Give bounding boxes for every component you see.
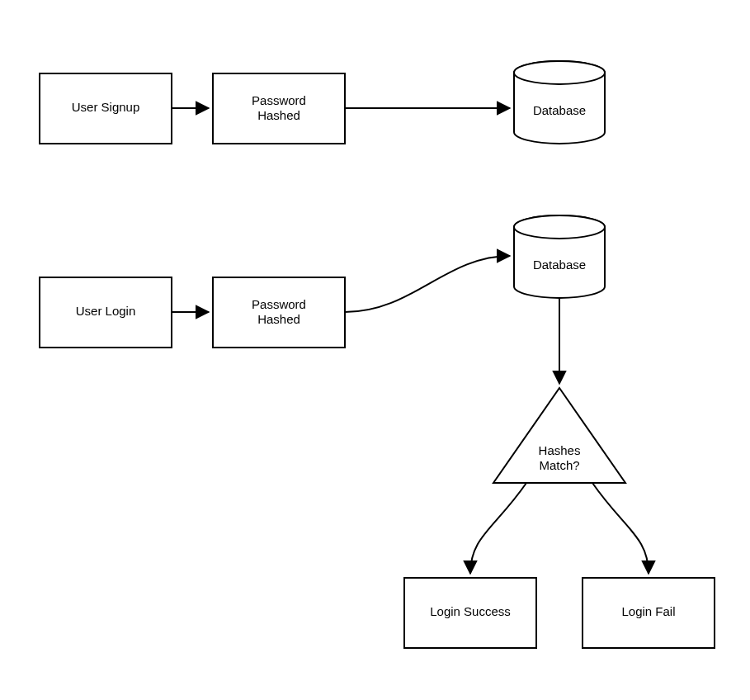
label-decision-line1: Hashes: [539, 443, 581, 457]
svg-point-3: [514, 215, 605, 239]
edge-decision-to-fail: [592, 483, 649, 574]
node-user-login: User Login: [40, 277, 172, 348]
label-hash2-line1: Password: [252, 297, 306, 311]
node-user-signup: User Signup: [40, 73, 172, 144]
flowchart-canvas: User Signup Password Hashed Database Dat…: [0, 0, 750, 700]
node-password-hashed-signup: Password Hashed: [213, 73, 345, 144]
node-database-signup: Database: [514, 61, 605, 144]
label-hash1-line2: Hashed: [257, 108, 300, 122]
node-password-hashed-login: Password Hashed: [213, 277, 345, 348]
label-hash2-line2: Hashed: [257, 312, 300, 326]
label-decision-line2: Match?: [539, 458, 579, 472]
edge-decision-to-success: [470, 483, 526, 574]
label-user-login: User Login: [76, 304, 136, 318]
label-db2: Database: [533, 258, 586, 272]
svg-point-2: [514, 61, 605, 84]
edge-hash-to-db-login: [345, 256, 510, 312]
label-login-fail: Login Fail: [621, 604, 675, 618]
label-login-success: Login Success: [430, 604, 511, 618]
label-hash1-line1: Password: [252, 93, 306, 107]
node-decision-hashes-match: Hashes Match?: [493, 388, 625, 483]
node-database-login: Database: [514, 215, 605, 298]
label-db1: Database: [533, 103, 586, 117]
label-user-signup: User Signup: [72, 100, 140, 114]
node-login-success: Login Success: [404, 578, 536, 648]
node-login-fail: Login Fail: [583, 578, 715, 648]
